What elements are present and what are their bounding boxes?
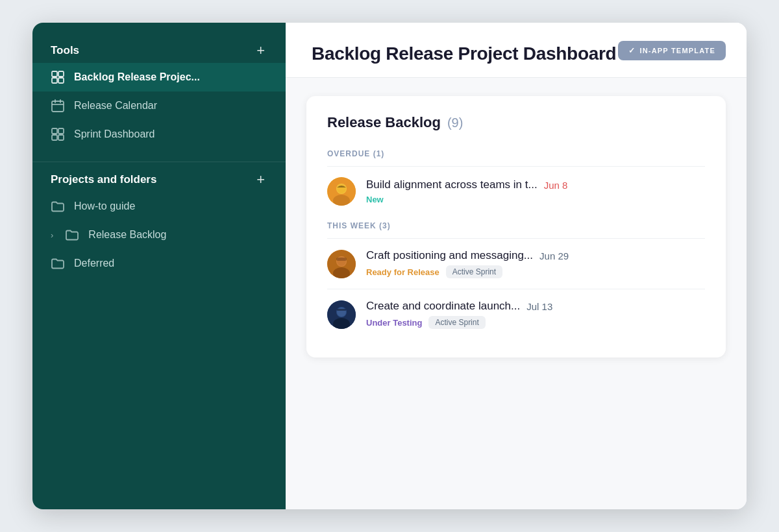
main-content: Backlog Release Project Dashboard ✓ IN-A… <box>286 23 747 509</box>
sidebar-item-label: Release Backlog <box>88 229 166 241</box>
task-date: Jun 8 <box>544 180 568 191</box>
sidebar-item-label: How-to guide <box>74 200 135 212</box>
svg-rect-8 <box>52 128 57 134</box>
grid-icon <box>51 127 65 141</box>
tools-section: Tools + Backlog Release Projec... <box>32 38 286 149</box>
task-meta: New <box>366 195 705 204</box>
tools-add-button[interactable]: + <box>254 43 267 58</box>
task-title-row: Create and coordinate launch... Jul 13 <box>366 300 705 313</box>
task-row[interactable]: Build alignment across teams in t... Jun… <box>327 166 705 216</box>
status-badge: Under Testing <box>366 318 422 328</box>
tag-badge: Active Sprint <box>428 316 485 329</box>
sidebar-item-label: Backlog Release Projec... <box>74 71 200 83</box>
card-header: Release Backlog (9) <box>327 114 705 131</box>
avatar <box>327 250 356 278</box>
projects-header: Projects and folders + <box>32 167 286 192</box>
template-badge: ✓ IN-APP TEMPLATE <box>618 41 726 60</box>
this-week-section: THIS WEEK (3) Craft <box>327 216 705 339</box>
sidebar-item-label: Release Calendar <box>74 100 157 112</box>
svg-rect-0 <box>52 71 57 77</box>
avatar <box>327 177 356 206</box>
svg-rect-4 <box>52 101 64 112</box>
task-row[interactable]: Craft positioning and messaging... Jun 2… <box>327 238 705 289</box>
projects-label: Projects and folders <box>51 173 156 186</box>
task-info: Build alignment across teams in t... Jun… <box>366 178 705 204</box>
status-badge: Ready for Release <box>366 267 439 277</box>
template-badge-label: IN-APP TEMPLATE <box>639 47 715 54</box>
svg-rect-3 <box>58 78 64 83</box>
overdue-label: OVERDUE (1) <box>327 144 705 166</box>
card-count: (9) <box>447 115 463 130</box>
card-title: Release Backlog <box>327 114 441 131</box>
task-name: Build alignment across teams in t... <box>366 178 538 191</box>
task-meta: Ready for Release Active Sprint <box>366 265 705 278</box>
task-info: Craft positioning and messaging... Jun 2… <box>366 249 705 278</box>
sidebar-divider <box>32 162 286 162</box>
tag-badge: Active Sprint <box>446 265 502 278</box>
task-title-row: Build alignment across teams in t... Jun… <box>366 178 705 191</box>
svg-rect-10 <box>52 135 57 140</box>
sidebar-item-how-to[interactable]: How-to guide <box>32 192 286 221</box>
avatar <box>327 300 356 329</box>
task-row[interactable]: Create and coordinate launch... Jul 13 U… <box>327 289 705 339</box>
svg-rect-25 <box>337 309 346 311</box>
task-info: Create and coordinate launch... Jul 13 U… <box>366 300 705 329</box>
sidebar-item-deferred[interactable]: Deferred <box>32 249 286 278</box>
task-name: Create and coordinate launch... <box>366 300 520 313</box>
sidebar-item-release-calendar[interactable]: Release Calendar <box>32 91 286 120</box>
app-window: Tools + Backlog Release Projec... <box>32 23 747 509</box>
task-title-row: Craft positioning and messaging... Jun 2… <box>366 249 705 262</box>
check-icon: ✓ <box>628 46 636 55</box>
release-backlog-card: Release Backlog (9) OVERDUE (1) <box>306 96 726 357</box>
chevron-right-icon: › <box>51 230 53 240</box>
sidebar-item-label: Deferred <box>74 258 114 269</box>
task-meta: Under Testing Active Sprint <box>366 316 705 329</box>
svg-rect-9 <box>58 128 64 134</box>
overdue-section: OVERDUE (1) Build al <box>327 144 705 216</box>
status-badge: New <box>366 195 384 204</box>
task-date: Jul 13 <box>526 301 552 312</box>
folder-icon <box>51 256 65 271</box>
sidebar: Tools + Backlog Release Projec... <box>32 23 286 509</box>
projects-add-button[interactable]: + <box>254 173 267 187</box>
svg-rect-11 <box>58 135 64 140</box>
task-name: Craft positioning and messaging... <box>366 249 533 262</box>
calendar-icon <box>51 99 65 113</box>
folder-icon <box>65 228 79 242</box>
svg-rect-2 <box>52 78 57 83</box>
svg-rect-1 <box>58 71 64 77</box>
tools-header: Tools + <box>32 38 286 63</box>
main-header: Backlog Release Project Dashboard ✓ IN-A… <box>286 23 747 78</box>
sidebar-item-backlog-release[interactable]: Backlog Release Projec... <box>32 63 286 91</box>
grid-icon <box>51 70 65 84</box>
folder-icon <box>51 199 65 213</box>
sidebar-item-release-backlog[interactable]: › Release Backlog <box>32 221 286 249</box>
svg-rect-20 <box>336 258 347 261</box>
this-week-label: THIS WEEK (3) <box>327 216 705 238</box>
sidebar-item-sprint-dashboard[interactable]: Sprint Dashboard <box>32 120 286 149</box>
sidebar-item-label: Sprint Dashboard <box>74 128 155 140</box>
projects-section: Projects and folders + How-to guide › <box>32 167 286 278</box>
tools-label: Tools <box>51 44 79 57</box>
task-date: Jun 29 <box>539 250 569 261</box>
